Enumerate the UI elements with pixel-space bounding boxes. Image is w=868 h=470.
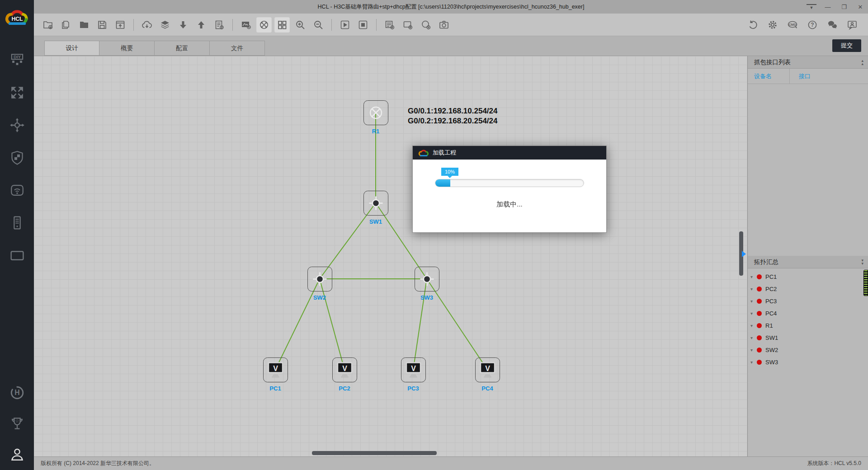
summary-row-SW1[interactable]: ▾SW1	[748, 332, 868, 344]
cloud-download-button[interactable]	[139, 17, 155, 33]
s-route-icon	[9, 118, 25, 133]
zoom-out-button[interactable]	[311, 17, 326, 33]
expand-caret-icon[interactable]: ▾	[750, 274, 757, 279]
add-rectangle-button[interactable]	[400, 17, 415, 33]
summary-row-R1[interactable]: ▾R1	[748, 320, 868, 332]
screenshot-button[interactable]	[436, 17, 452, 33]
sidebar-item-diy-device[interactable]	[8, 51, 27, 70]
close-button[interactable]: ✕	[855, 2, 865, 12]
sidebar-item-server[interactable]	[8, 213, 27, 232]
tab-2[interactable]: 概要	[99, 41, 155, 56]
device-label: SW2	[307, 294, 333, 301]
sidebar-item-terminal[interactable]	[8, 246, 27, 265]
expand-caret-icon[interactable]: ▾	[750, 323, 757, 328]
device-R1[interactable]: R1	[363, 100, 389, 135]
feedback-button[interactable]	[844, 17, 860, 33]
topology-summary-header[interactable]: 拓扑汇总 ▾▾	[748, 256, 868, 268]
tab-4[interactable]: 文件	[210, 41, 265, 56]
summary-row-SW3[interactable]: ▾SW3	[748, 356, 868, 368]
expand-caret-icon[interactable]: ▾	[750, 287, 757, 291]
export-button[interactable]	[113, 17, 128, 33]
collapse-menu-button[interactable]: ▼	[807, 4, 816, 9]
loading-status-text: 加载中...	[413, 200, 606, 209]
zoom-in-button[interactable]	[292, 17, 308, 33]
statusbar: 版权所有 (C) 2014-2022 新华三技术有限公司。 系统版本：HCL v…	[34, 456, 868, 470]
wechat-button[interactable]	[825, 17, 840, 33]
sidebar-item-router[interactable]	[8, 116, 27, 135]
device-PC1[interactable]: V PC1	[263, 357, 288, 392]
toolbar-separator	[232, 19, 233, 31]
cmd-window-button[interactable]	[785, 17, 800, 33]
expand-caret-icon[interactable]: ▾	[750, 348, 757, 352]
dialog-cloud-icon	[418, 149, 429, 157]
device-SW2[interactable]: SW2	[307, 266, 333, 301]
tab-1[interactable]: 设计	[44, 41, 99, 56]
sidebar-item-h3c[interactable]	[8, 383, 27, 402]
submit-button[interactable]: 提交	[832, 39, 861, 52]
tab-3[interactable]: 配置	[155, 41, 210, 56]
help-button[interactable]	[805, 17, 820, 33]
expand-caret-icon[interactable]: ▾	[750, 299, 757, 304]
device-PC3[interactable]: V PC3	[401, 357, 426, 392]
minimize-button[interactable]: —	[823, 2, 833, 12]
summary-row-PC3[interactable]: ▾PC3	[748, 295, 868, 307]
panel-collapse-arrow[interactable]	[742, 251, 746, 257]
device-PC4[interactable]: V PC4	[475, 357, 500, 392]
i-cmd-icon	[787, 19, 798, 30]
summary-row-SW2[interactable]: ▾SW2	[748, 344, 868, 356]
s-shield-icon	[9, 150, 25, 165]
new-project-button[interactable]	[40, 17, 56, 33]
device-panel-handle[interactable]	[863, 270, 868, 296]
reset-button[interactable]	[745, 17, 760, 33]
capture-list-title: 抓包接口列表	[754, 58, 791, 66]
sidebar-item-connections[interactable]	[8, 83, 27, 102]
capture-interface-list	[748, 84, 868, 256]
summary-row-PC4[interactable]: ▾PC4	[748, 307, 868, 320]
show-ports-toggle[interactable]	[256, 17, 272, 33]
sidebar-item-user[interactable]	[8, 445, 27, 464]
dialog-title: 加载工程	[433, 149, 456, 157]
i-image-icon	[241, 19, 251, 30]
upload-button[interactable]	[193, 17, 209, 33]
svg-text:V: V	[485, 365, 490, 372]
expand-caret-icon[interactable]: ▾	[750, 311, 757, 316]
device-SW3[interactable]: SW3	[414, 266, 440, 301]
topology-canvas[interactable]: G0/0.1:192.168.10.254/24 G0/0.2:192.168.…	[34, 56, 747, 456]
horizontal-scrollbar-thumb[interactable]	[312, 451, 437, 455]
hcl-application: HCL - H3C基础单臂路由+stp+dhcp配置 [c:\users\112…	[0, 0, 868, 470]
log-button[interactable]	[212, 17, 227, 33]
expand-caret-icon[interactable]: ▾	[750, 360, 757, 365]
settings-button[interactable]	[765, 17, 780, 33]
grid-toggle[interactable]	[274, 17, 290, 33]
collapse-up-icon[interactable]: ▴▴	[861, 59, 863, 66]
capture-list-header[interactable]: 抓包接口列表 ▴▴	[748, 56, 868, 69]
snapshot-image-button[interactable]	[238, 17, 254, 33]
save-button[interactable]	[94, 17, 110, 33]
device-SW1[interactable]: SW1	[363, 190, 389, 225]
sidebar-item-wireless[interactable]	[8, 181, 27, 200]
stop-all-button[interactable]	[355, 17, 371, 33]
import-button[interactable]	[175, 17, 191, 33]
dialog-header[interactable]: 加载工程	[413, 146, 606, 160]
sidebar-item-achievements[interactable]	[8, 414, 27, 433]
start-all-button[interactable]	[337, 17, 353, 33]
open-folder-button[interactable]	[76, 17, 92, 33]
summary-row-PC2[interactable]: ▾PC2	[748, 283, 868, 295]
restore-button[interactable]: ❐	[839, 2, 849, 12]
layers-button[interactable]	[157, 17, 173, 33]
open-project-button[interactable]	[58, 17, 74, 33]
i-wechat-icon	[827, 19, 838, 30]
device-PC2[interactable]: V PC2	[332, 357, 358, 392]
topology-links-layer	[34, 56, 747, 456]
collapse-down-icon[interactable]: ▾▾	[861, 259, 863, 265]
device-name: PC4	[765, 310, 777, 317]
switch-icon	[307, 266, 333, 292]
summary-row-PC1[interactable]: ▾PC1	[748, 271, 868, 283]
add-note-button[interactable]	[382, 17, 397, 33]
device-label: SW3	[414, 294, 440, 301]
i-undo-icon	[747, 19, 758, 30]
sidebar-item-firewall[interactable]	[8, 148, 27, 167]
add-ellipse-button[interactable]	[418, 17, 434, 33]
i-copy-icon	[61, 19, 71, 30]
expand-caret-icon[interactable]: ▾	[750, 335, 757, 340]
